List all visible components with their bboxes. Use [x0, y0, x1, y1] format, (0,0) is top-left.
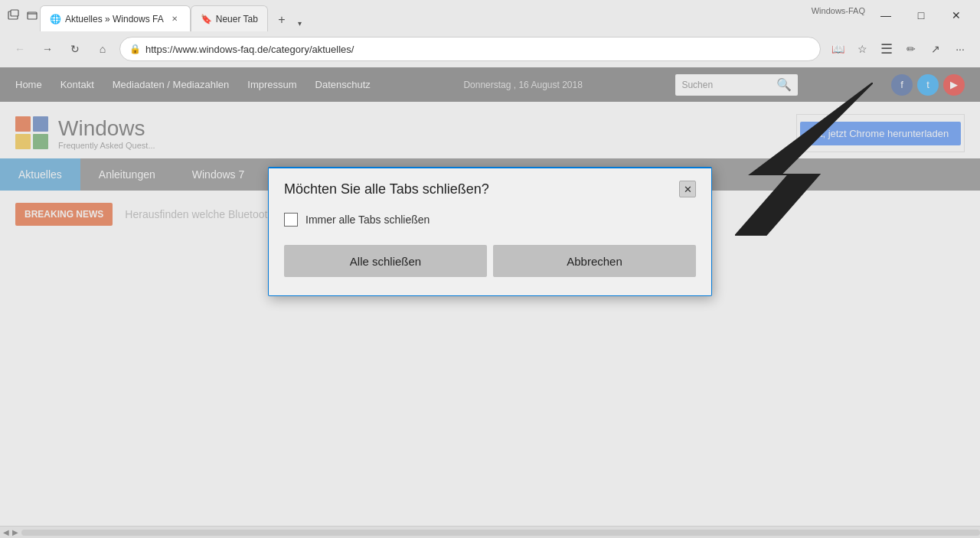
dialog-buttons: Alle schließen Abbrechen — [284, 245, 696, 277]
home-button[interactable]: ⌂ — [92, 38, 113, 60]
minimize-button[interactable]: — — [868, 0, 903, 31]
checkbox-label: Immer alle Tabs schließen — [305, 214, 430, 226]
tab-dropdown-button[interactable]: ▾ — [292, 15, 308, 31]
minimize-tabs-icon[interactable] — [24, 8, 40, 23]
address-bar[interactable]: 🔒 https://www.windows-faq.de/category/ak… — [119, 37, 821, 61]
close-button[interactable]: ✕ — [939, 0, 974, 31]
window-title-label: Windows-FAQ — [812, 6, 865, 15]
maximize-button[interactable]: □ — [903, 0, 939, 31]
hub-button[interactable]: ☰ — [876, 38, 897, 60]
close-all-button[interactable]: Alle schließen — [284, 245, 487, 277]
checkbox-row: Immer alle Tabs schließen — [284, 213, 696, 227]
tab-favicon: 🌐 — [50, 14, 60, 24]
more-button[interactable]: ··· — [949, 38, 971, 60]
notes-button[interactable]: ✏ — [900, 38, 922, 60]
tab-title: Aktuelles » Windows FA — [65, 14, 164, 24]
new-window-icon[interactable] — [6, 8, 21, 23]
reading-view-button[interactable]: 📖 — [827, 38, 848, 60]
share-button[interactable]: ↗ — [925, 38, 946, 60]
back-button[interactable]: ← — [9, 38, 31, 60]
address-text: https://www.windows-faq.de/category/aktu… — [145, 44, 811, 55]
svg-rect-2 — [28, 12, 37, 19]
lock-icon: 🔒 — [129, 44, 141, 54]
tab-neuer[interactable]: 🔖 Neuer Tab — [191, 5, 268, 31]
favorites-button[interactable]: ☆ — [851, 38, 873, 60]
dialog-overlay — [0, 67, 980, 538]
dialog-title: Möchten Sie alle Tabs schließen? — [284, 181, 489, 197]
close-tabs-dialog: Möchten Sie alle Tabs schließen? ✕ Immer… — [268, 167, 712, 296]
dialog-close-button[interactable]: ✕ — [679, 181, 696, 197]
tab-aktuelles[interactable]: 🌐 Aktuelles » Windows FA ✕ — [40, 5, 191, 31]
forward-button[interactable]: → — [37, 38, 58, 60]
cancel-button[interactable]: Abbrechen — [493, 245, 696, 277]
dialog-header: Möchten Sie alle Tabs schließen? ✕ — [269, 168, 711, 204]
tab-close-btn[interactable]: ✕ — [168, 13, 181, 25]
tab2-favicon: 🔖 — [201, 14, 211, 24]
tab2-title: Neuer Tab — [216, 14, 258, 24]
new-tab-button[interactable]: + — [271, 9, 292, 31]
refresh-button[interactable]: ↻ — [64, 38, 86, 60]
always-close-checkbox[interactable] — [284, 213, 298, 227]
svg-rect-1 — [11, 10, 18, 16]
dialog-body: Immer alle Tabs schließen Alle schließen… — [269, 204, 711, 295]
